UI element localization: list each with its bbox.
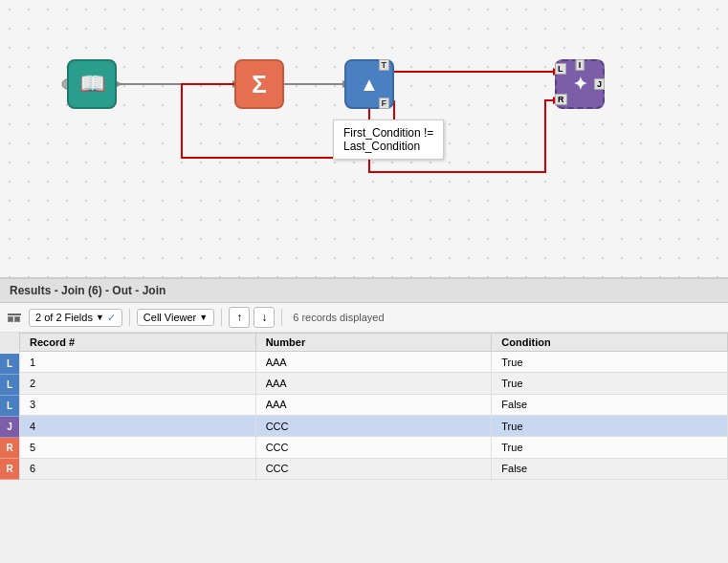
cell-viewer-button[interactable]: Cell Viewer ▼ [137, 309, 214, 326]
cell-condition: True [492, 415, 728, 436]
dropdown-arrow-icon: ▼ [96, 313, 104, 322]
filter-true-port: T [379, 59, 390, 71]
cell-number: CCC [255, 415, 492, 436]
row-label-4: J [0, 417, 19, 438]
cell-condition: True [492, 373, 728, 394]
col-condition: Condition [492, 334, 728, 352]
cell-condition: False [492, 458, 728, 479]
table-row[interactable]: 1AAATrue [20, 352, 728, 373]
row-label-5: R [0, 438, 19, 459]
summarize-node[interactable]: Σ [234, 59, 284, 109]
row-label-2: L [0, 375, 19, 396]
sort-desc-button[interactable]: ↓ [254, 307, 275, 328]
toolbar-separator-2 [221, 309, 222, 326]
check-icon: ✓ [107, 312, 116, 324]
cell-number: CCC [255, 458, 492, 479]
book-icon: 📖 [79, 72, 105, 97]
cell-condition: True [492, 437, 728, 458]
condition-label: First_Condition != Last_Condition [333, 119, 444, 160]
results-table: Record # Number Condition 1AAATrue2AAATr… [19, 333, 728, 480]
input-node[interactable]: 📖 [67, 59, 117, 109]
cell-record: 5 [20, 437, 256, 458]
join-node[interactable]: ✦ L I J R [555, 59, 605, 109]
toolbar-separator-3 [281, 309, 282, 326]
join-top-port: I [576, 59, 585, 71]
join-icon: ✦ [573, 74, 587, 95]
cell-record: 1 [20, 352, 256, 373]
filter-icon: ▲ [360, 74, 379, 96]
col-record: Record # [20, 334, 256, 352]
table-row[interactable]: 5CCCTrue [20, 437, 728, 458]
col-number: Number [255, 334, 492, 352]
cell-condition: False [492, 394, 728, 415]
cell-number: AAA [255, 373, 492, 394]
filter-node[interactable]: ▲ T F [344, 59, 394, 109]
fields-selector-button[interactable]: 2 of 2 Fields ▼ ✓ [29, 309, 122, 327]
cell-number: AAA [255, 352, 492, 373]
sort-asc-button[interactable]: ↑ [229, 307, 250, 328]
cell-number: CCC [255, 437, 492, 458]
workflow-canvas: 📖 Σ ▲ T F ✦ L I J R First_Condition != L… [0, 0, 728, 277]
join-left-port: L [555, 63, 566, 75]
sigma-icon: Σ [252, 70, 267, 99]
table-row[interactable]: 3AAAFalse [20, 394, 728, 415]
cell-record: 2 [20, 373, 256, 394]
table-row[interactable]: 6CCCFalse [20, 458, 728, 479]
records-count: 6 records displayed [293, 312, 384, 323]
row-labels-column: L L L J R R [0, 333, 19, 480]
row-label-1: L [0, 354, 19, 375]
cell-condition: True [492, 352, 728, 373]
join-output-port: J [594, 78, 605, 90]
row-label-6: R [0, 459, 19, 480]
cell-record: 6 [20, 458, 256, 479]
dropdown-arrow-icon-2: ▼ [199, 313, 208, 322]
row-label-3: L [0, 396, 19, 417]
cell-record: 3 [20, 394, 256, 415]
cell-record: 4 [20, 415, 256, 436]
toolbar-separator-1 [129, 309, 130, 326]
join-right-port: R [555, 94, 567, 105]
cell-number: AAA [255, 394, 492, 415]
results-toolbar: 2 of 2 Fields ▼ ✓ Cell Viewer ▼ ↑ ↓ 6 re… [0, 303, 728, 333]
data-table-container: L L L J R R Record # Number Condition 1A… [0, 333, 728, 480]
table-row[interactable]: 2AAATrue [20, 373, 728, 394]
results-header: Results - Join (6) - Out - Join [0, 279, 728, 303]
results-panel: Results - Join (6) - Out - Join 2 of 2 F… [0, 277, 728, 480]
table-row[interactable]: 4CCCTrue [20, 415, 728, 436]
filter-false-port: F [379, 97, 390, 109]
